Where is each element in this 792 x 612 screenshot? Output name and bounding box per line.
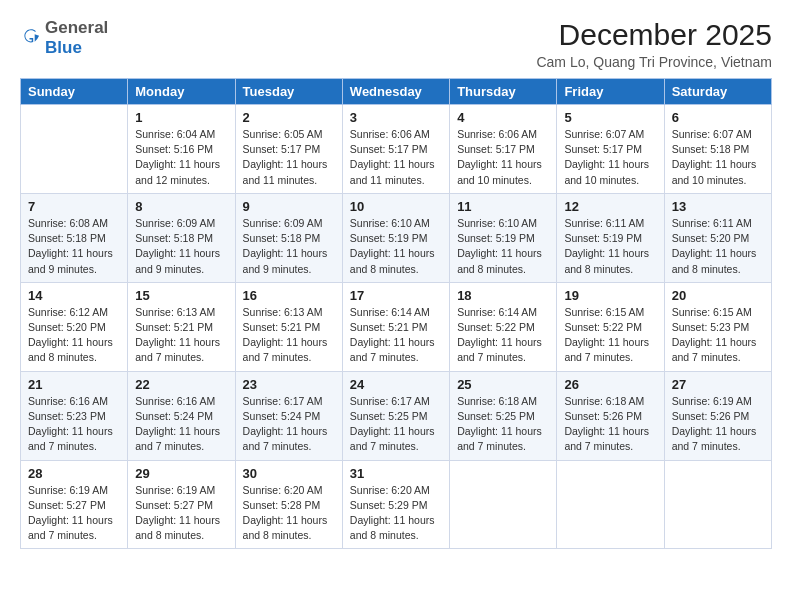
calendar-week-row: 14 Sunrise: 6:12 AMSunset: 5:20 PMDaylig… <box>21 282 772 371</box>
calendar-cell: 6 Sunrise: 6:07 AMSunset: 5:18 PMDayligh… <box>664 105 771 194</box>
calendar-cell: 20 Sunrise: 6:15 AMSunset: 5:23 PMDaylig… <box>664 282 771 371</box>
calendar-week-row: 28 Sunrise: 6:19 AMSunset: 5:27 PMDaylig… <box>21 460 772 549</box>
calendar-cell: 28 Sunrise: 6:19 AMSunset: 5:27 PMDaylig… <box>21 460 128 549</box>
day-info: Sunrise: 6:19 AMSunset: 5:27 PMDaylight:… <box>135 483 227 544</box>
calendar-cell: 29 Sunrise: 6:19 AMSunset: 5:27 PMDaylig… <box>128 460 235 549</box>
logo: General Blue <box>20 18 108 59</box>
day-number: 21 <box>28 377 120 392</box>
day-number: 3 <box>350 110 442 125</box>
day-number: 2 <box>243 110 335 125</box>
day-info: Sunrise: 6:07 AMSunset: 5:18 PMDaylight:… <box>672 127 764 188</box>
logo-icon <box>20 27 42 49</box>
day-number: 22 <box>135 377 227 392</box>
calendar-cell: 26 Sunrise: 6:18 AMSunset: 5:26 PMDaylig… <box>557 371 664 460</box>
col-monday: Monday <box>128 79 235 105</box>
day-info: Sunrise: 6:20 AMSunset: 5:28 PMDaylight:… <box>243 483 335 544</box>
col-saturday: Saturday <box>664 79 771 105</box>
calendar-cell: 16 Sunrise: 6:13 AMSunset: 5:21 PMDaylig… <box>235 282 342 371</box>
day-number: 29 <box>135 466 227 481</box>
day-info: Sunrise: 6:11 AMSunset: 5:20 PMDaylight:… <box>672 216 764 277</box>
day-info: Sunrise: 6:06 AMSunset: 5:17 PMDaylight:… <box>457 127 549 188</box>
day-number: 26 <box>564 377 656 392</box>
day-number: 9 <box>243 199 335 214</box>
day-info: Sunrise: 6:18 AMSunset: 5:25 PMDaylight:… <box>457 394 549 455</box>
day-info: Sunrise: 6:07 AMSunset: 5:17 PMDaylight:… <box>564 127 656 188</box>
day-number: 10 <box>350 199 442 214</box>
calendar-cell: 11 Sunrise: 6:10 AMSunset: 5:19 PMDaylig… <box>450 193 557 282</box>
day-info: Sunrise: 6:10 AMSunset: 5:19 PMDaylight:… <box>457 216 549 277</box>
title-block: December 2025 Cam Lo, Quang Tri Province… <box>536 18 772 70</box>
main-title: December 2025 <box>536 18 772 52</box>
calendar-cell: 21 Sunrise: 6:16 AMSunset: 5:23 PMDaylig… <box>21 371 128 460</box>
day-info: Sunrise: 6:13 AMSunset: 5:21 PMDaylight:… <box>243 305 335 366</box>
day-number: 6 <box>672 110 764 125</box>
day-info: Sunrise: 6:18 AMSunset: 5:26 PMDaylight:… <box>564 394 656 455</box>
day-info: Sunrise: 6:05 AMSunset: 5:17 PMDaylight:… <box>243 127 335 188</box>
col-wednesday: Wednesday <box>342 79 449 105</box>
day-number: 23 <box>243 377 335 392</box>
calendar-cell: 4 Sunrise: 6:06 AMSunset: 5:17 PMDayligh… <box>450 105 557 194</box>
day-info: Sunrise: 6:17 AMSunset: 5:25 PMDaylight:… <box>350 394 442 455</box>
calendar-cell <box>21 105 128 194</box>
day-info: Sunrise: 6:09 AMSunset: 5:18 PMDaylight:… <box>243 216 335 277</box>
day-info: Sunrise: 6:09 AMSunset: 5:18 PMDaylight:… <box>135 216 227 277</box>
calendar-cell: 31 Sunrise: 6:20 AMSunset: 5:29 PMDaylig… <box>342 460 449 549</box>
day-number: 28 <box>28 466 120 481</box>
day-number: 5 <box>564 110 656 125</box>
logo-general: General <box>45 18 108 37</box>
calendar-week-row: 1 Sunrise: 6:04 AMSunset: 5:16 PMDayligh… <box>21 105 772 194</box>
calendar-cell <box>557 460 664 549</box>
calendar-cell: 14 Sunrise: 6:12 AMSunset: 5:20 PMDaylig… <box>21 282 128 371</box>
day-number: 1 <box>135 110 227 125</box>
day-number: 17 <box>350 288 442 303</box>
calendar-cell: 23 Sunrise: 6:17 AMSunset: 5:24 PMDaylig… <box>235 371 342 460</box>
day-info: Sunrise: 6:14 AMSunset: 5:21 PMDaylight:… <box>350 305 442 366</box>
col-sunday: Sunday <box>21 79 128 105</box>
day-info: Sunrise: 6:16 AMSunset: 5:24 PMDaylight:… <box>135 394 227 455</box>
day-info: Sunrise: 6:20 AMSunset: 5:29 PMDaylight:… <box>350 483 442 544</box>
calendar-table: Sunday Monday Tuesday Wednesday Thursday… <box>20 78 772 549</box>
logo-text: General Blue <box>45 18 108 59</box>
calendar-cell: 8 Sunrise: 6:09 AMSunset: 5:18 PMDayligh… <box>128 193 235 282</box>
calendar-cell: 18 Sunrise: 6:14 AMSunset: 5:22 PMDaylig… <box>450 282 557 371</box>
day-number: 20 <box>672 288 764 303</box>
calendar-cell: 22 Sunrise: 6:16 AMSunset: 5:24 PMDaylig… <box>128 371 235 460</box>
day-number: 24 <box>350 377 442 392</box>
day-number: 18 <box>457 288 549 303</box>
calendar-cell: 27 Sunrise: 6:19 AMSunset: 5:26 PMDaylig… <box>664 371 771 460</box>
calendar-cell: 24 Sunrise: 6:17 AMSunset: 5:25 PMDaylig… <box>342 371 449 460</box>
page-header: General Blue December 2025 Cam Lo, Quang… <box>20 18 772 70</box>
day-info: Sunrise: 6:11 AMSunset: 5:19 PMDaylight:… <box>564 216 656 277</box>
day-info: Sunrise: 6:08 AMSunset: 5:18 PMDaylight:… <box>28 216 120 277</box>
day-info: Sunrise: 6:10 AMSunset: 5:19 PMDaylight:… <box>350 216 442 277</box>
calendar-cell: 13 Sunrise: 6:11 AMSunset: 5:20 PMDaylig… <box>664 193 771 282</box>
calendar-cell: 1 Sunrise: 6:04 AMSunset: 5:16 PMDayligh… <box>128 105 235 194</box>
day-number: 30 <box>243 466 335 481</box>
day-number: 12 <box>564 199 656 214</box>
day-number: 8 <box>135 199 227 214</box>
day-info: Sunrise: 6:04 AMSunset: 5:16 PMDaylight:… <box>135 127 227 188</box>
calendar-cell: 5 Sunrise: 6:07 AMSunset: 5:17 PMDayligh… <box>557 105 664 194</box>
col-tuesday: Tuesday <box>235 79 342 105</box>
calendar-cell: 25 Sunrise: 6:18 AMSunset: 5:25 PMDaylig… <box>450 371 557 460</box>
calendar-cell: 9 Sunrise: 6:09 AMSunset: 5:18 PMDayligh… <box>235 193 342 282</box>
calendar-week-row: 21 Sunrise: 6:16 AMSunset: 5:23 PMDaylig… <box>21 371 772 460</box>
day-number: 7 <box>28 199 120 214</box>
calendar-cell: 7 Sunrise: 6:08 AMSunset: 5:18 PMDayligh… <box>21 193 128 282</box>
day-info: Sunrise: 6:13 AMSunset: 5:21 PMDaylight:… <box>135 305 227 366</box>
calendar-cell: 3 Sunrise: 6:06 AMSunset: 5:17 PMDayligh… <box>342 105 449 194</box>
calendar-cell: 2 Sunrise: 6:05 AMSunset: 5:17 PMDayligh… <box>235 105 342 194</box>
calendar-cell: 30 Sunrise: 6:20 AMSunset: 5:28 PMDaylig… <box>235 460 342 549</box>
day-number: 15 <box>135 288 227 303</box>
logo-blue: Blue <box>45 38 82 57</box>
page-container: General Blue December 2025 Cam Lo, Quang… <box>0 0 792 567</box>
day-info: Sunrise: 6:19 AMSunset: 5:26 PMDaylight:… <box>672 394 764 455</box>
calendar-week-row: 7 Sunrise: 6:08 AMSunset: 5:18 PMDayligh… <box>21 193 772 282</box>
day-number: 14 <box>28 288 120 303</box>
day-info: Sunrise: 6:12 AMSunset: 5:20 PMDaylight:… <box>28 305 120 366</box>
day-number: 13 <box>672 199 764 214</box>
day-number: 27 <box>672 377 764 392</box>
col-thursday: Thursday <box>450 79 557 105</box>
day-number: 25 <box>457 377 549 392</box>
day-number: 11 <box>457 199 549 214</box>
